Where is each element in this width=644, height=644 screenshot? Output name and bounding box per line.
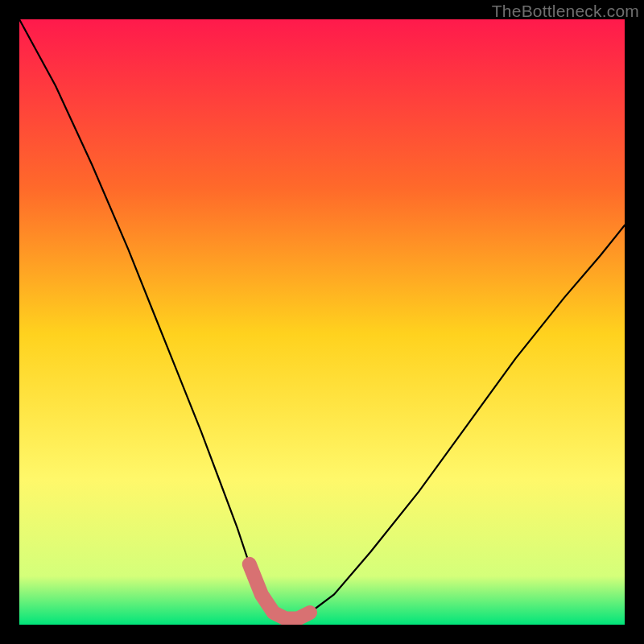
bottleneck-chart	[19, 19, 625, 625]
gradient-background	[19, 19, 625, 625]
plot-area	[19, 19, 625, 625]
chart-stage: TheBottleneck.com	[0, 0, 644, 644]
watermark-text: TheBottleneck.com	[492, 2, 639, 21]
